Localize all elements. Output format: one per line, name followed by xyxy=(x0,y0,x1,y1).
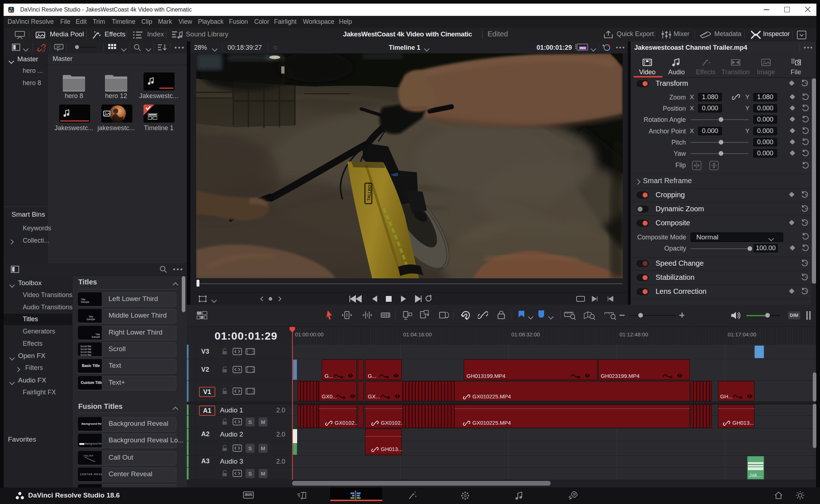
svg-text:PXY: PXY xyxy=(580,47,585,50)
svg-text:CALL OUT: CALL OUT xyxy=(84,455,93,457)
